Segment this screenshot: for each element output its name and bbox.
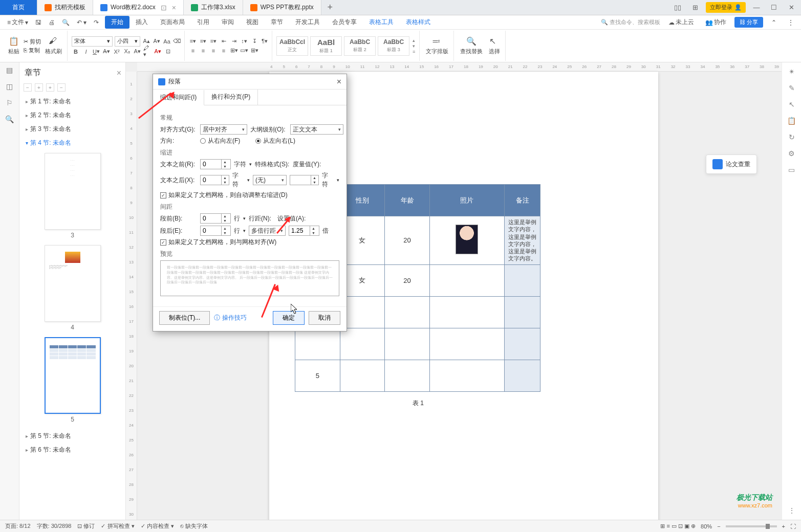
font-name-select[interactable]: 宋体▾ xyxy=(72,36,113,47)
outline-select[interactable]: 正文文本▾ xyxy=(290,124,343,135)
select-button[interactable]: ↖选择 xyxy=(487,35,502,56)
text-effect-icon[interactable]: A▾ xyxy=(133,48,141,56)
strike-icon[interactable]: A̶▾ xyxy=(102,48,111,56)
radio-ltr[interactable]: 从左向右(L) xyxy=(255,137,295,145)
tab-xlsx[interactable]: 工作簿3.xlsx xyxy=(184,0,243,15)
style-h3[interactable]: AaBbC标题 3 xyxy=(378,36,409,56)
gear-icon[interactable]: ⚙ xyxy=(788,149,795,158)
special-format-select[interactable]: (无)▾ xyxy=(253,175,287,185)
zoom-in-icon[interactable]: + xyxy=(782,523,785,529)
zoom-value[interactable]: 80% xyxy=(701,523,712,529)
chapter-item-6[interactable]: ▸第 6 节: 未命名 xyxy=(24,443,121,457)
cut-button[interactable]: ✂ 剪切 xyxy=(24,38,41,46)
chapter-item-4[interactable]: ▾第 4 节: 未命名 xyxy=(24,136,121,150)
th-photo[interactable]: 照片 xyxy=(429,185,504,216)
qa-preview-icon[interactable]: 🔍 xyxy=(59,17,73,28)
tab-word-doc[interactable]: Word教程2.docx⊡× xyxy=(93,0,184,15)
menu-vip[interactable]: 会员专享 xyxy=(326,16,363,29)
subscript-icon[interactable]: X₂ xyxy=(123,48,131,56)
underline-icon[interactable]: U▾ xyxy=(92,48,100,56)
view-mode-icons[interactable]: ⊞ ≡ ▭ ⊡ ▣ ⊕ xyxy=(660,523,696,529)
set-value-spinner[interactable]: ▲▼ xyxy=(289,226,319,236)
search-input[interactable]: 🔍 查找命令、搜索模板 xyxy=(601,18,660,26)
decrease-font-icon[interactable]: A▾ xyxy=(153,37,161,46)
numbering-icon[interactable]: ≡▾ xyxy=(199,37,207,46)
tab-home[interactable]: 首页 xyxy=(0,0,37,15)
zoom-slider[interactable] xyxy=(726,525,777,527)
bullets-icon[interactable]: ≡▾ xyxy=(189,37,197,46)
share-button[interactable]: ⛓ 分享 xyxy=(734,17,763,28)
tab-add-button[interactable]: + xyxy=(321,0,339,15)
format-painter-button[interactable]: 🖌格式刷 xyxy=(43,35,64,56)
zoom-out-icon[interactable]: − xyxy=(717,523,720,529)
chapter-item-2[interactable]: ▸第 2 节: 未命名 xyxy=(24,108,121,122)
menu-ref[interactable]: 引用 xyxy=(191,16,215,29)
th-remark[interactable]: 备注 xyxy=(505,185,540,216)
dialog-tab-indent[interactable]: 缩进和间距(I) xyxy=(153,90,204,105)
space-after-spinner[interactable]: ▲▼ xyxy=(200,226,231,236)
collab[interactable]: 👥 协作 xyxy=(702,16,729,28)
ch-tool-1[interactable]: − xyxy=(24,83,32,92)
book-icon[interactable]: ▭ xyxy=(788,166,795,174)
show-marks-icon[interactable]: ¶▾ xyxy=(261,37,269,46)
status-missing-font[interactable]: ⎋ 缺失字体 xyxy=(180,522,208,530)
status-page[interactable]: 页面: 8/12 xyxy=(5,522,31,530)
pointer-icon[interactable]: ↖ xyxy=(789,100,795,108)
line-spacing-icon[interactable]: ↕▾ xyxy=(240,37,248,46)
indent-before-spinner[interactable]: ▲▼ xyxy=(200,159,231,169)
thumb-3[interactable]: · · ·· · ·· · ·· · · xyxy=(45,153,101,230)
status-revision[interactable]: ⊡ 修订 xyxy=(77,522,95,530)
maximize-button[interactable]: ☐ xyxy=(767,4,781,11)
ai-urchin-icon[interactable]: ✴ xyxy=(789,68,795,76)
th-age[interactable]: 年龄 xyxy=(385,185,430,216)
close-window-button[interactable]: ✕ xyxy=(785,4,798,11)
more-right-icon[interactable]: ⋮ xyxy=(788,506,795,515)
menu-start[interactable]: 开始 xyxy=(105,16,129,29)
menu-dev[interactable]: 开发工具 xyxy=(289,16,326,29)
font-size-select[interactable]: 小四▾ xyxy=(115,36,140,47)
not-uploaded[interactable]: ☁ 未上云 xyxy=(665,16,697,28)
decrease-indent-icon[interactable]: ⇤ xyxy=(220,37,228,46)
style-normal[interactable]: AaBbCcI正文 xyxy=(276,36,308,56)
distribute-icon[interactable]: ⊞▾ xyxy=(230,47,238,55)
collapse-ribbon-icon[interactable]: ⌃ xyxy=(768,17,780,28)
align-justify-icon[interactable]: ≡ xyxy=(220,47,228,55)
text-layout-button[interactable]: ≕文字排版 xyxy=(424,35,450,56)
find-replace-button[interactable]: 🔍查找替换 xyxy=(458,35,485,56)
menu-file[interactable]: ≡ 文件 ▾ xyxy=(4,16,31,28)
clear-format-icon[interactable]: ⌫ xyxy=(173,37,181,46)
search-pane-icon[interactable]: 🔍 xyxy=(5,115,14,124)
grid-icon[interactable]: ⊞ xyxy=(688,4,702,11)
thumb-5[interactable] xyxy=(45,337,101,414)
space-before-spinner[interactable]: ▲▼ xyxy=(200,213,231,224)
copy-button[interactable]: ⎘ 复制 xyxy=(24,47,41,54)
style-h2[interactable]: AaBbC标题 2 xyxy=(344,36,376,56)
tab-ppt[interactable]: WPS PPT教程.pptx xyxy=(243,0,321,15)
phonetic-icon[interactable]: ⊡ xyxy=(164,48,172,56)
chapter-item-1[interactable]: ▸第 1 节: 未命名 xyxy=(24,95,121,108)
qa-print-icon[interactable]: 🖨 xyxy=(46,17,58,28)
radio-rtl[interactable]: 从右向左(F) xyxy=(200,137,240,145)
align-grid-checkbox[interactable]: ✓如果定义了文档网格，则与网格对齐(W) xyxy=(160,238,276,247)
auto-indent-checkbox[interactable]: ✓如果定义了文档网格，则自动调整右缩进(D) xyxy=(160,191,288,199)
tips-link[interactable]: ⓘ 操作技巧 xyxy=(214,314,247,322)
increase-indent-icon[interactable]: ⇥ xyxy=(230,37,238,46)
change-case-icon[interactable]: Aa xyxy=(163,37,171,46)
align-right-icon[interactable]: ≡ xyxy=(209,47,218,55)
bold-icon[interactable]: B xyxy=(72,48,80,56)
ok-button[interactable]: 确定 xyxy=(273,311,305,325)
menu-layout[interactable]: 页面布局 xyxy=(154,16,191,29)
layout-icon[interactable]: ▯▯ xyxy=(671,4,684,11)
dialog-close-icon[interactable]: × xyxy=(337,77,341,86)
multilevel-icon[interactable]: ≡▾ xyxy=(209,37,218,46)
close-icon[interactable]: ⊡ xyxy=(161,4,167,12)
sort-icon[interactable]: ↧ xyxy=(250,37,258,46)
dialog-tab-pagination[interactable]: 换行和分页(P) xyxy=(204,90,258,105)
dialog-titlebar[interactable]: 段落 × xyxy=(153,74,347,90)
indent-after-spinner[interactable]: ▲▼ xyxy=(200,175,229,185)
fullscreen-icon[interactable]: ⛶ xyxy=(790,523,796,529)
more-menu-icon[interactable]: ⋮ xyxy=(785,17,797,28)
highlight-icon[interactable]: 🖍▾ xyxy=(143,48,151,56)
menu-table-style[interactable]: 表格样式 xyxy=(400,16,437,29)
ai-plagiarism-card[interactable]: 论文查重 xyxy=(706,154,757,174)
